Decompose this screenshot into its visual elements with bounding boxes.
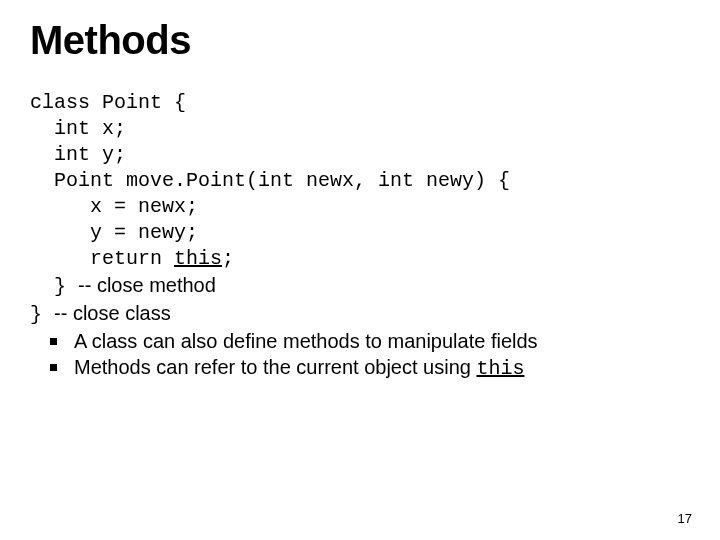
bullet-item: Methods can refer to the current object … <box>30 354 690 382</box>
bullet-item: A class can also define methods to manip… <box>30 328 690 354</box>
code-line: } <box>30 275 78 298</box>
slide-title: Methods <box>30 18 690 62</box>
bullet-list: A class can also define methods to manip… <box>30 328 690 382</box>
code-line: x = newx; <box>30 195 198 218</box>
code-line: Point move.Point(int newx, int newy) { <box>30 169 510 192</box>
code-text: ; <box>222 247 234 270</box>
code-line: int y; <box>30 143 126 166</box>
bullet-text: Methods can refer to the current object … <box>74 356 476 378</box>
code-line: int x; <box>30 117 126 140</box>
slide: Methods class Point { int x; int y; Poin… <box>0 0 720 540</box>
slide-body: class Point { int x; int y; Point move.P… <box>30 90 690 382</box>
code-line: y = newy; <box>30 221 198 244</box>
code-line: return <box>30 247 174 270</box>
keyword-this: this <box>476 357 524 380</box>
code-line: class Point { <box>30 91 186 114</box>
page-number: 17 <box>678 511 692 526</box>
code-block: class Point { int x; int y; Point move.P… <box>30 90 690 328</box>
code-comment: -- close method <box>78 274 216 296</box>
keyword-this: this <box>174 247 222 270</box>
code-comment: -- close class <box>54 302 171 324</box>
code-line: } <box>30 303 54 326</box>
